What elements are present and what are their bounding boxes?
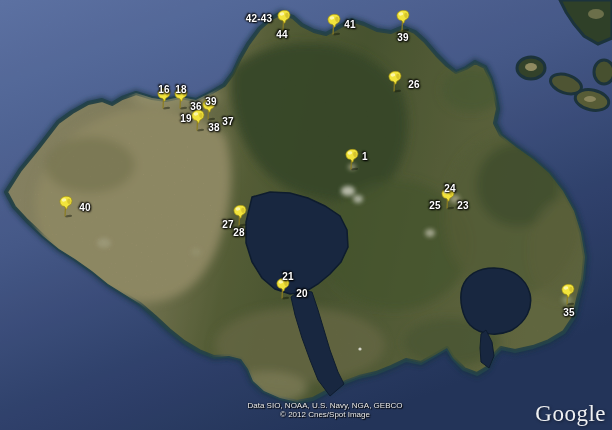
pin-label-40: 40 — [79, 202, 91, 213]
pushpin-35[interactable] — [560, 283, 577, 307]
pin-label-26: 26 — [408, 79, 420, 90]
map-attribution: Data SIO, NOAA, U.S. Navy, NGA, GEBCO © … — [248, 401, 403, 419]
pushpin-icon — [232, 204, 249, 228]
pushpin-icon — [344, 148, 361, 172]
google-earth-viewport: 42-4344 41 39 — [0, 0, 612, 430]
pushpin-1[interactable] — [344, 148, 361, 172]
pin-label-37: 37 — [222, 116, 234, 127]
pushpin-38[interactable] — [190, 109, 207, 133]
pin-label-28: 28 — [233, 227, 245, 238]
pin-label-24: 24 — [444, 183, 456, 194]
pushpin-39[interactable] — [395, 9, 412, 33]
attribution-line2: © 2012 Cnes/Spot Image — [248, 410, 403, 419]
pin-label-39: 39 — [205, 96, 217, 107]
pushpin-26[interactable] — [387, 70, 404, 94]
markers-layer: 42-4344 41 39 — [0, 0, 612, 430]
pin-label-27: 27 — [222, 219, 234, 230]
pushpin-icon — [190, 109, 207, 133]
pin-label-44: 44 — [276, 29, 288, 40]
pin-label-20: 20 — [296, 288, 308, 299]
google-logo: Google — [535, 401, 606, 427]
pin-label-1: 1 — [362, 151, 368, 162]
pushpin-icon — [326, 13, 343, 37]
pin-label-25: 25 — [429, 200, 441, 211]
pin-label-35: 35 — [563, 307, 575, 318]
pushpin-icon — [387, 70, 404, 94]
pushpin-40[interactable] — [58, 195, 75, 219]
pin-label-41: 41 — [344, 19, 356, 30]
pushpin-icon — [395, 9, 412, 33]
pin-label-42-43: 42-43 — [246, 13, 273, 24]
attribution-line1: Data SIO, NOAA, U.S. Navy, NGA, GEBCO — [248, 401, 403, 410]
pushpin-icon — [560, 283, 577, 307]
pin-label-18: 18 — [175, 84, 187, 95]
pushpin-icon — [58, 195, 75, 219]
pin-label-23: 23 — [457, 200, 469, 211]
pin-label-21: 21 — [282, 271, 294, 282]
pushpin-27[interactable] — [232, 204, 249, 228]
pin-label-16: 16 — [158, 84, 170, 95]
pin-label-39: 39 — [397, 32, 409, 43]
pin-label-38: 38 — [208, 122, 220, 133]
pushpin-41[interactable] — [326, 13, 343, 37]
